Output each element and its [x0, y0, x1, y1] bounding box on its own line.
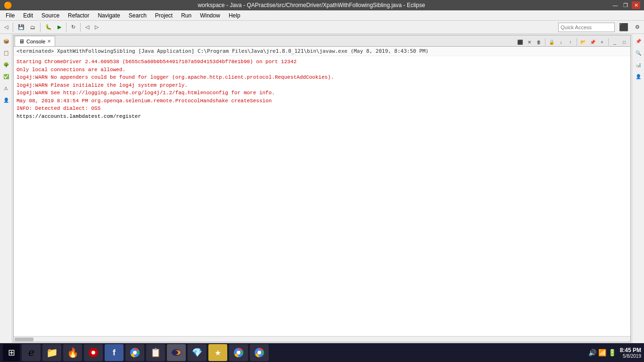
console-line: https://accounts.lambdatest.com/register — [17, 113, 627, 121]
console-header: <terminated> XpathWithFollowingSibling [… — [14, 47, 630, 56]
menu-window[interactable]: Window — [196, 11, 224, 20]
menu-search[interactable]: Search — [125, 11, 150, 20]
clock-date: 5/8/2019 — [620, 354, 641, 359]
taskbar-app-eclipse[interactable] — [167, 344, 186, 361]
sidebar-problems-button[interactable]: ⚠ — [1, 83, 11, 93]
menu-file[interactable]: File — [2, 11, 18, 20]
system-tray-icons: 🔊 📶 🔋 — [588, 349, 616, 356]
menu-navigate[interactable]: Navigate — [94, 11, 124, 20]
main-area: 📦 📋 🌳 ✅ ⚠ 👤 🖥 Console ✕ ⬛ — [0, 34, 644, 343]
console-tab-right: ⬛ ✕ 🗑 🔒 ↓ ↑ 📂 📌 + _ □ — [514, 38, 630, 46]
taskbar-app-chrome-red[interactable] — [84, 344, 103, 361]
console-scroll-end-btn[interactable]: ↓ — [557, 38, 565, 46]
console-scroll-lock-btn[interactable]: 🔒 — [547, 38, 556, 46]
start-button[interactable]: ⊞ — [3, 344, 20, 361]
battery-icon[interactable]: 🔋 — [608, 349, 616, 356]
clock-time: 8:45 PM — [620, 347, 641, 354]
toolbar-back-button[interactable]: ◁ — [2, 23, 10, 32]
console-line: Only local connections are allowed. — [17, 66, 627, 74]
toolbar-separator-1 — [13, 23, 13, 32]
console-open-file-btn[interactable]: 📂 — [579, 38, 587, 46]
svg-point-1 — [91, 351, 95, 354]
console-stop-btn[interactable]: ⬛ — [516, 38, 524, 46]
facebook-icon: f — [113, 348, 116, 358]
toolbar-save-all-button[interactable]: 🗂 — [28, 23, 38, 32]
menu-source[interactable]: Source — [38, 11, 63, 20]
console-tab-left: 🖥 Console ✕ — [14, 36, 55, 46]
right-sidebar-btn1[interactable]: 📌 — [633, 36, 644, 46]
console-separator-3 — [608, 38, 609, 46]
minimize-button[interactable]: — — [611, 1, 619, 9]
menu-project[interactable]: Project — [151, 11, 176, 20]
chrome-red-icon — [88, 347, 99, 358]
console-tab[interactable]: 🖥 Console ✕ — [15, 36, 55, 46]
right-sidebar-btn2[interactable]: 🔍 — [633, 48, 644, 58]
console-line: May 08, 2019 8:43:54 PM org.openqa.selen… — [17, 97, 627, 105]
toolbar-prev-button[interactable]: ◁ — [83, 23, 91, 32]
horizontal-scrollbar[interactable] — [14, 336, 630, 342]
window-controls: — ❐ ✕ — [611, 1, 640, 9]
chrome3-icon — [254, 347, 265, 358]
menu-run[interactable]: Run — [177, 11, 195, 20]
console-clear-btn[interactable]: 🗑 — [535, 38, 543, 46]
toolbar-next-button[interactable]: ▷ — [92, 23, 101, 32]
console-tab-close-icon[interactable]: ✕ — [47, 39, 51, 44]
sidebar-package-explorer-button[interactable]: 📦 — [1, 36, 11, 46]
taskbar-app-7[interactable]: 📋 — [146, 344, 165, 361]
toolbar-icon2-button[interactable]: ⚙ — [633, 23, 642, 32]
chrome2-icon — [233, 347, 244, 358]
maximize-button[interactable]: ❐ — [621, 1, 630, 9]
menu-refactor[interactable]: Refactor — [64, 11, 93, 20]
sidebar-outline-button[interactable]: 📋 — [1, 48, 11, 58]
network-icon[interactable]: 📶 — [598, 349, 606, 356]
console-pin-btn[interactable]: 📌 — [588, 38, 597, 46]
sidebar-tasks-button[interactable]: ✅ — [1, 71, 11, 82]
taskbar-app-chrome2[interactable] — [229, 344, 248, 361]
console-separator-2 — [577, 38, 577, 46]
app9-icon: 💎 — [192, 347, 202, 358]
taskbar-app-ie[interactable]: ℯ — [22, 344, 41, 361]
menu-help[interactable]: Help — [225, 11, 244, 20]
console-line: log4j:WARN No appenders could be found f… — [17, 74, 627, 82]
taskbar-app-chrome3[interactable] — [250, 344, 269, 361]
toolbar-refresh-button[interactable]: ↻ — [69, 23, 78, 32]
console-output-area[interactable]: Starting ChromeDriver 2.44.609538 (b655c… — [14, 56, 630, 336]
title-bar: 🟠 workspace - Java - QAPractise/src/Chro… — [0, 0, 644, 10]
taskbar-app-firefox[interactable]: 🔥 — [63, 344, 82, 361]
app7-icon: 📋 — [150, 347, 161, 358]
quick-access-input[interactable] — [558, 23, 615, 32]
console-new-btn[interactable]: + — [598, 38, 606, 46]
scrollbar-thumb[interactable] — [15, 337, 33, 341]
sidebar-user-button[interactable]: 👤 — [1, 95, 11, 105]
menu-edit[interactable]: Edit — [19, 11, 37, 20]
console-tab-bar: 🖥 Console ✕ ⬛ ✕ 🗑 🔒 ↓ ↑ 📂 📌 — [14, 35, 630, 47]
taskbar-app-chrome[interactable] — [125, 344, 144, 361]
app10-icon: ★ — [215, 348, 221, 357]
right-sidebar-btn4[interactable]: 👤 — [633, 71, 644, 82]
console-tab-label: Console — [26, 39, 45, 44]
console-minimize-btn[interactable]: _ — [611, 38, 619, 46]
content-area: 🖥 Console ✕ ⬛ ✕ 🗑 🔒 ↓ ↑ 📂 📌 — [12, 34, 632, 343]
console-close-btn[interactable]: ✕ — [525, 38, 534, 46]
taskbar-app-explorer[interactable]: 📁 — [42, 344, 61, 361]
clock[interactable]: 8:45 PM 5/8/2019 — [620, 347, 641, 359]
toolbar-debug-button[interactable]: 🐛 — [43, 23, 54, 32]
menu-bar: File Edit Source Refactor Navigate Searc… — [0, 10, 644, 21]
taskbar-app-facebook[interactable]: f — [105, 344, 124, 361]
close-button[interactable]: ✕ — [632, 1, 640, 9]
taskbar: ⊞ ℯ 📁 🔥 f 📋 — [0, 343, 644, 362]
sidebar-type-hierarchy-button[interactable]: 🌳 — [1, 59, 11, 70]
explorer-icon: 📁 — [46, 347, 58, 358]
volume-icon[interactable]: 🔊 — [588, 349, 596, 356]
right-sidebar-btn3[interactable]: 📊 — [633, 59, 644, 70]
console-line: Starting ChromeDriver 2.44.609538 (b655c… — [17, 58, 627, 66]
console-maximize-btn[interactable]: □ — [620, 38, 628, 46]
toolbar-save-button[interactable]: 💾 — [16, 23, 27, 32]
taskbar-app-10[interactable]: ★ — [208, 344, 227, 361]
toolbar-run-button[interactable]: ▶ — [55, 23, 64, 32]
svg-point-6 — [173, 351, 178, 354]
console-scroll-start-btn[interactable]: ↑ — [566, 38, 575, 46]
console-line: INFO: Detected dialect: OSS — [17, 105, 627, 113]
taskbar-app-9[interactable]: 💎 — [188, 344, 206, 361]
toolbar-perspective-button[interactable]: ⬛ — [617, 21, 631, 33]
